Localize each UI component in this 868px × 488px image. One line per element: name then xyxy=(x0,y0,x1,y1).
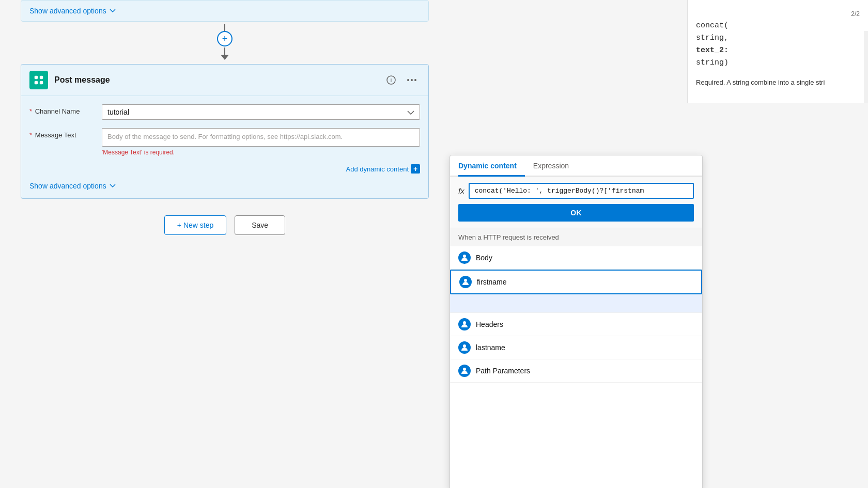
show-advanced-label-bottom: Show advanced options xyxy=(29,182,106,190)
tooltip-code-line2: string, xyxy=(696,32,860,44)
new-step-label: + New step xyxy=(177,221,213,229)
message-text-input[interactable]: Body of the message to send. For formatt… xyxy=(102,128,420,147)
panel-tabs: Dynamic content Expression xyxy=(450,155,702,177)
svg-rect-3 xyxy=(40,81,43,84)
top-card: Show advanced options xyxy=(21,0,429,22)
ok-button[interactable]: OK xyxy=(458,204,694,222)
message-field-row: * Message Text Body of the message to se… xyxy=(29,128,420,156)
message-error: 'Message Text' is required. xyxy=(102,149,420,156)
channel-chevron-icon xyxy=(407,108,414,116)
item-icon-body xyxy=(458,251,471,264)
expression-area: fx OK xyxy=(450,177,702,228)
tab-dynamic-label: Dynamic content xyxy=(458,162,517,170)
dynamic-item-lastname[interactable]: lastname xyxy=(450,336,702,359)
person-icon-headers xyxy=(461,321,468,328)
fx-label: fx xyxy=(458,186,464,195)
expression-row: fx xyxy=(458,183,694,199)
channel-input-wrap: tutorial xyxy=(102,104,420,120)
person-icon-lastname xyxy=(461,344,468,351)
svg-point-9 xyxy=(463,255,466,258)
svg-point-10 xyxy=(464,279,467,282)
firstname-selected-extension xyxy=(450,294,702,313)
dynamic-item-body[interactable]: Body xyxy=(450,246,702,270)
channel-required-star: * xyxy=(29,107,32,115)
dynamic-item-path-parameters[interactable]: Path Parameters xyxy=(450,359,702,383)
page-indicator: 2/2 xyxy=(696,10,860,18)
arrow-down-icon xyxy=(221,55,229,60)
tooltip-code-bold: text_2: xyxy=(696,46,729,55)
message-label: * Message Text xyxy=(29,128,102,139)
svg-text:i: i xyxy=(391,77,392,83)
tooltip-code: concat( string, text_2: string) xyxy=(696,20,860,69)
chevron-down-icon-bottom xyxy=(110,184,116,188)
message-input-wrap: Body of the message to send. For formatt… xyxy=(102,128,420,156)
add-dynamic-label: Add dynamic content xyxy=(346,165,409,173)
message-placeholder: Body of the message to send. For formatt… xyxy=(107,133,343,140)
svg-point-13 xyxy=(463,368,466,371)
post-message-card: Post message i xyxy=(21,64,429,199)
card-icon-wrap xyxy=(29,71,48,89)
info-icon: i xyxy=(386,75,396,85)
channel-select[interactable]: tutorial xyxy=(102,104,420,120)
svg-point-12 xyxy=(463,344,466,348)
info-button[interactable]: i xyxy=(383,72,399,88)
connector-line-top xyxy=(224,24,225,31)
message-label-text: Message Text xyxy=(35,131,76,139)
card-footer: Show advanced options xyxy=(21,180,428,198)
show-advanced-link-bottom[interactable]: Show advanced options xyxy=(29,182,420,190)
svg-rect-1 xyxy=(40,76,43,79)
dynamic-item-firstname[interactable]: firstname xyxy=(450,270,702,294)
connector-line-bottom xyxy=(224,48,225,55)
item-label-body: Body xyxy=(476,254,492,262)
more-button[interactable] xyxy=(404,72,420,88)
item-label-headers: Headers xyxy=(476,320,503,328)
dynamic-panel: Dynamic content Expression fx OK When a … xyxy=(450,155,703,488)
scrollbar-track[interactable] xyxy=(864,31,868,103)
new-step-button[interactable]: + New step xyxy=(164,215,226,235)
tab-expression-label: Expression xyxy=(533,162,569,170)
person-icon-firstname xyxy=(462,278,469,286)
channel-field-row: * Channel Name tutorial xyxy=(29,104,420,120)
svg-rect-0 xyxy=(35,76,38,79)
channel-label-text: Channel Name xyxy=(35,107,80,115)
item-label-lastname: lastname xyxy=(476,343,505,352)
tooltip-code-line4: string) xyxy=(696,57,860,69)
item-icon-lastname xyxy=(458,341,471,354)
tooltip-code-line3: text_2: xyxy=(696,44,860,57)
add-dynamic-icon: + xyxy=(411,164,420,174)
tab-expression[interactable]: Expression xyxy=(533,155,577,177)
card-header: Post message i xyxy=(21,65,428,96)
card-title: Post message xyxy=(54,75,383,85)
svg-point-11 xyxy=(463,321,466,324)
item-label-path-parameters: Path Parameters xyxy=(476,367,530,375)
show-advanced-label-top: Show advanced options xyxy=(29,7,106,15)
tooltip-code-line1: concat( xyxy=(696,20,860,32)
chevron-down-icon-top xyxy=(110,8,116,14)
expression-input[interactable] xyxy=(469,183,694,199)
show-advanced-link-top[interactable]: Show advanced options xyxy=(29,7,420,15)
svg-point-7 xyxy=(411,79,413,81)
message-required-star: * xyxy=(29,131,32,139)
add-dynamic-row: Add dynamic content + xyxy=(29,164,420,174)
save-label: Save xyxy=(252,221,268,229)
item-icon-firstname xyxy=(459,276,472,288)
right-tooltip: 2/2 concat( string, text_2: string) Requ… xyxy=(687,0,868,103)
dynamic-item-headers[interactable]: Headers xyxy=(450,313,702,336)
tooltip-description: Required. A string combine into a single… xyxy=(696,77,860,88)
card-header-actions: i xyxy=(383,72,420,88)
item-label-firstname: firstname xyxy=(477,278,507,286)
add-step-circle[interactable]: + xyxy=(217,31,233,46)
channel-label: * Channel Name xyxy=(29,104,102,115)
more-icon xyxy=(407,79,416,81)
save-button[interactable]: Save xyxy=(235,215,285,235)
section-header: When a HTTP request is received xyxy=(450,228,702,246)
dynamic-items-list: Body firstname Headers xyxy=(450,246,702,467)
canvas-area: Show advanced options + Post message xyxy=(0,0,450,488)
bottom-actions: + New step Save xyxy=(164,215,285,235)
tab-dynamic-content[interactable]: Dynamic content xyxy=(458,155,525,177)
svg-rect-2 xyxy=(35,81,38,84)
card-body: * Channel Name tutorial xyxy=(21,96,428,180)
add-dynamic-content-button[interactable]: Add dynamic content + xyxy=(346,164,420,174)
person-icon-path-parameters xyxy=(461,367,468,374)
item-icon-path-parameters xyxy=(458,365,471,377)
